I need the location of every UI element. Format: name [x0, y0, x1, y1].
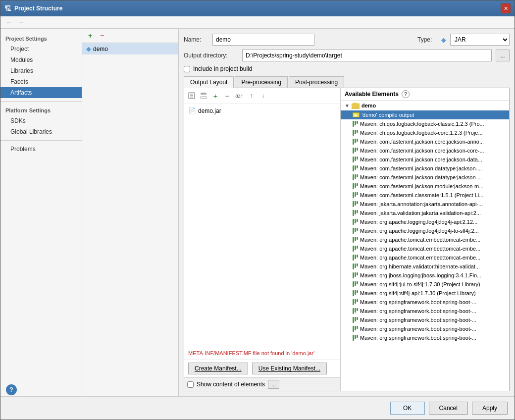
- add-artifact-button[interactable]: +: [85, 31, 95, 41]
- available-item-label: Maven: org.springframework.boot:spring-b…: [360, 335, 476, 341]
- available-item-label: Maven: org.slf4j:jul-to-slf4j:1.7.30 (Pr…: [360, 281, 480, 287]
- available-item-lib-19[interactable]: Maven: org.slf4j:slf4j-api:1.7.30 (Proje…: [341, 289, 509, 298]
- available-item-lib-5[interactable]: Maven: com.fasterxml.jackson.datatype:ja…: [341, 164, 509, 173]
- sidebar: Project Settings Project Modules Librari…: [0, 29, 82, 396]
- remove-output-btn[interactable]: −: [222, 90, 233, 101]
- available-item-lib-17[interactable]: Maven: org.jboss.logging:jboss-logging:3…: [341, 271, 509, 280]
- available-item-lib-1[interactable]: Maven: ch.qos.logback:logback-core:1.2.3…: [341, 128, 509, 137]
- available-item-lib-0[interactable]: Maven: ch.qos.logback:logback-classic:1.…: [341, 119, 509, 128]
- jar-icon: 📄: [188, 107, 196, 114]
- available-item-lib-22[interactable]: Maven: org.springframework.boot:spring-b…: [341, 315, 509, 324]
- sidebar-item-project[interactable]: Project: [0, 44, 82, 54]
- available-item-label: demo: [361, 103, 376, 108]
- tab-pre-processing[interactable]: Pre-processing: [235, 76, 288, 88]
- available-item-lib-21[interactable]: Maven: org.springframework.boot:spring-b…: [341, 307, 509, 315]
- show-list-btn[interactable]: [198, 90, 209, 101]
- show-structure-btn[interactable]: [186, 90, 197, 101]
- available-item-lib-2[interactable]: Maven: com.fasterxml.jackson.core:jackso…: [341, 137, 509, 146]
- available-item-lib-3[interactable]: Maven: com.fasterxml.jackson.core:jackso…: [341, 146, 509, 155]
- lib-icon: [353, 174, 358, 180]
- available-item-label: Maven: org.apache.tomcat.embed:tomcat-em…: [360, 246, 480, 252]
- available-item-label: Maven: com.fasterxml.classmate:1.5.1 (Pr…: [360, 192, 483, 198]
- available-help-icon[interactable]: ?: [402, 90, 410, 98]
- available-item-label: Maven: org.springframework.boot:spring-b…: [360, 299, 476, 305]
- sidebar-item-artifacts[interactable]: Artifacts: [0, 87, 82, 98]
- lib-icon: [353, 219, 358, 225]
- lib-icon: [353, 281, 358, 287]
- available-item-lib-14[interactable]: Maven: org.apache.tomcat.embed:tomcat-em…: [341, 244, 509, 253]
- cancel-button[interactable]: Cancel: [429, 402, 468, 415]
- artifact-toolbar: + −: [82, 29, 178, 43]
- project-settings-section: Project Settings: [0, 33, 82, 44]
- available-item-lib-24[interactable]: Maven: org.springframework.boot:spring-b…: [341, 333, 509, 342]
- forward-button[interactable]: →: [16, 18, 25, 26]
- sidebar-item-global-libraries[interactable]: Global Libraries: [0, 126, 82, 137]
- lib-icon: [353, 263, 358, 269]
- available-item-label: Maven: ch.qos.logback:logback-classic:1.…: [360, 121, 484, 127]
- sidebar-item-libraries[interactable]: Libraries: [0, 65, 82, 76]
- available-item-lib-7[interactable]: Maven: com.fasterxml.jackson.module:jack…: [341, 182, 509, 191]
- lib-icon: [353, 308, 358, 314]
- create-manifest-button[interactable]: Create Manifest...: [188, 363, 248, 374]
- output-list: 📄 demo.jar: [184, 104, 340, 347]
- tab-output-layout[interactable]: Output Layout: [184, 76, 234, 88]
- type-select[interactable]: JAR: [450, 34, 510, 46]
- include-checkbox[interactable]: [184, 66, 190, 72]
- lib-icon: [353, 157, 358, 162]
- manifest-buttons: Create Manifest... Use Existing Manifest…: [184, 359, 340, 377]
- ok-button[interactable]: OK: [390, 402, 425, 415]
- show-content-settings-btn[interactable]: ...: [268, 380, 279, 389]
- show-content-checkbox[interactable]: [187, 381, 194, 388]
- available-item-lib-23[interactable]: Maven: org.springframework.boot:spring-b…: [341, 324, 509, 333]
- use-existing-manifest-button[interactable]: Use Existing Manifest...: [252, 363, 327, 374]
- output-left-panel: + − az↑ ↑ ↓ 📄 demo.jar: [184, 88, 341, 391]
- lib-icon: [353, 201, 358, 207]
- output-dir-input[interactable]: [242, 50, 492, 61]
- available-item-lib-18[interactable]: Maven: org.slf4j:jul-to-slf4j:1.7.30 (Pr…: [341, 280, 509, 289]
- available-item-compile-output[interactable]: ▶ 'demo' compile output: [341, 110, 509, 119]
- name-label: Name:: [184, 36, 208, 43]
- name-input[interactable]: [212, 34, 314, 46]
- available-item-lib-12[interactable]: Maven: org.apache.logging.log4j:log4j-to…: [341, 226, 509, 235]
- available-item-lib-6[interactable]: Maven: com.fasterxml.jackson.datatype:ja…: [341, 173, 509, 182]
- sidebar-item-modules[interactable]: Modules: [0, 54, 82, 65]
- output-list-item[interactable]: 📄 demo.jar: [186, 105, 338, 116]
- lib-icon: [353, 210, 358, 216]
- move-down-btn[interactable]: ↓: [258, 90, 268, 101]
- available-item-lib-13[interactable]: Maven: org.apache.tomcat.embed:tomcat-em…: [341, 235, 509, 244]
- artifact-list-item[interactable]: ◆ demo: [82, 43, 178, 54]
- available-item-lib-11[interactable]: Maven: org.apache.logging.log4j:log4j-ap…: [341, 217, 509, 226]
- available-item-lib-20[interactable]: Maven: org.springframework.boot:spring-b…: [341, 298, 509, 307]
- sidebar-item-facets[interactable]: Facets: [0, 76, 82, 87]
- close-button[interactable]: ✕: [501, 3, 511, 13]
- available-item-label: Maven: jakarta.validation:jakarta.valida…: [360, 210, 481, 216]
- add-output-btn[interactable]: +: [210, 90, 221, 101]
- tab-content: + − az↑ ↑ ↓ 📄 demo.jar: [184, 88, 510, 391]
- tab-post-processing[interactable]: Post-processing: [289, 76, 344, 88]
- output-dir-label: Output directory:: [184, 52, 238, 59]
- help-button[interactable]: ?: [6, 384, 17, 395]
- available-item-lib-15[interactable]: Maven: org.apache.tomcat.embed:tomcat-em…: [341, 253, 509, 262]
- available-item-lib-9[interactable]: Maven: jakarta.annotation:jakarta.annota…: [341, 200, 509, 209]
- sort-btn[interactable]: az↑: [234, 90, 245, 101]
- move-up-btn[interactable]: ↑: [246, 90, 257, 101]
- back-button[interactable]: ←: [4, 18, 13, 26]
- available-item-label: 'demo' compile output: [361, 112, 414, 118]
- apply-button[interactable]: Apply: [472, 402, 508, 415]
- available-item-demo-folder[interactable]: ▼ demo: [341, 101, 509, 110]
- svg-rect-5: [201, 97, 206, 99]
- remove-artifact-button[interactable]: −: [97, 31, 107, 41]
- available-item-lib-10[interactable]: Maven: jakarta.validation:jakarta.valida…: [341, 209, 509, 217]
- available-item-lib-16[interactable]: Maven: org.hibernate.validator:hibernate…: [341, 262, 509, 271]
- browse-button[interactable]: ...: [496, 50, 510, 61]
- bottom-bar: OK Cancel Apply: [0, 396, 515, 420]
- available-item-lib-4[interactable]: Maven: com.fasterxml.jackson.core:jackso…: [341, 155, 509, 164]
- lib-icon: [353, 183, 358, 189]
- sidebar-item-sdks[interactable]: SDKs: [0, 115, 82, 126]
- tabs-row: Output Layout Pre-processing Post-proces…: [184, 76, 510, 88]
- available-item-label: Maven: com.fasterxml.jackson.datatype:ja…: [360, 165, 482, 171]
- available-item-lib-8[interactable]: Maven: com.fasterxml.classmate:1.5.1 (Pr…: [341, 191, 509, 200]
- include-checkbox-row: Include in project build: [184, 65, 510, 72]
- lib-icon: [353, 237, 358, 243]
- sidebar-item-problems[interactable]: Problems: [0, 144, 82, 155]
